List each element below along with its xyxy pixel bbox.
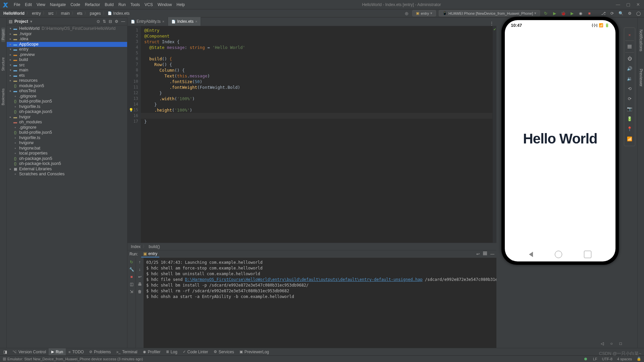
collapse-icon[interactable]: ⊟	[109, 19, 112, 24]
soft-wrap-icon[interactable]: ↩	[476, 252, 480, 256]
tooltab-terminal[interactable]: >_Terminal	[114, 348, 140, 355]
up-icon[interactable]: ↑	[139, 260, 141, 264]
breadcrumb[interactable]: main	[60, 11, 70, 16]
avatar-icon[interactable]: ◯	[635, 10, 641, 16]
vcs-icon[interactable]: ⎇	[600, 10, 606, 16]
stop-run-icon[interactable]: ■	[130, 275, 132, 279]
tooltab-problems[interactable]: ⊘Problems	[87, 348, 114, 355]
emu-back-icon[interactable]: ◁	[601, 341, 604, 346]
tab-close-icon[interactable]: ×	[195, 19, 197, 23]
tree-row[interactable]: {}build-profile.json5	[7, 99, 127, 104]
tree-row[interactable]: ▫hvigorw	[7, 140, 127, 146]
tree-row[interactable]: ▾▬src	[7, 63, 127, 68]
run-console[interactable]: 03/25 10:47:43: Launching com.example.he…	[144, 258, 496, 348]
nav-home-icon[interactable]	[555, 251, 562, 258]
notifications-tool-button[interactable]: Notifications	[639, 27, 643, 53]
tooltab-previewerlog[interactable]: ▣PreviewerLog	[237, 348, 272, 355]
refresh-icon[interactable]: ↻	[543, 10, 549, 16]
project-tool-button[interactable]: Project	[1, 27, 5, 42]
tree-row[interactable]: ▫.gitignore	[7, 94, 127, 99]
tree-row[interactable]: ▾▬HelloWorldD:\HarmonyOS_FirstCourse\Hel…	[7, 26, 127, 32]
menu-run[interactable]: Run	[116, 2, 128, 7]
tooltab-services[interactable]: ⚙Services	[211, 348, 237, 355]
menu-window[interactable]: Window	[155, 2, 174, 7]
trash-icon[interactable]: 🗑	[138, 289, 142, 294]
menu-code[interactable]: Code	[68, 2, 83, 7]
minimize-icon[interactable]: —	[616, 2, 620, 7]
status-tool-icon[interactable]: ▥	[3, 357, 6, 361]
tree-row[interactable]: ▬oh_modules	[7, 120, 127, 125]
tooltab-run[interactable]: ▶Run	[49, 348, 66, 355]
hide-icon[interactable]: —	[121, 19, 125, 24]
expand-icon[interactable]: ⇅	[103, 19, 106, 24]
tree-row[interactable]: ▫hvigorfile.ts	[7, 104, 127, 110]
menu-view[interactable]: View	[34, 2, 48, 7]
tooltab-log[interactable]: ≣Log	[163, 348, 180, 355]
run-icon[interactable]: ▶	[551, 10, 557, 16]
crumb-struct[interactable]: Index	[131, 244, 141, 249]
device-selector[interactable]: 📱HUAWEI Phone [NewDevice_from_Huawei_Pho…	[439, 10, 540, 16]
crumb-function[interactable]: build()	[149, 244, 160, 249]
tree-row[interactable]: ▫hvigorw.bat	[7, 146, 127, 151]
hide-panel-icon[interactable]: —	[490, 252, 494, 256]
coverage-icon[interactable]: ▶	[569, 10, 575, 16]
emu-location-icon[interactable]: 📍	[625, 124, 634, 134]
nav-recent-icon[interactable]	[584, 251, 591, 258]
tab-actions-icon[interactable]: ⋮	[487, 21, 496, 26]
emu-wifi-icon[interactable]: 📶	[625, 134, 634, 144]
run-tab-entry[interactable]: ▣entry	[141, 251, 159, 257]
menu-file[interactable]: File	[11, 2, 22, 7]
profiler-icon[interactable]: ◉	[578, 10, 584, 16]
wrench-icon[interactable]: 🔧	[129, 267, 134, 272]
breadcrumb[interactable]: entry	[31, 11, 42, 16]
emu-close-icon[interactable]: ×	[625, 30, 634, 40]
tree-row[interactable]: ▸▬.hvigor	[7, 32, 127, 37]
nav-back-icon[interactable]	[529, 252, 533, 257]
tree-row[interactable]: ▸▬hvigor	[7, 115, 127, 120]
tree-row[interactable]: ▫Scratches and Consoles	[7, 172, 127, 177]
breadcrumb[interactable]: src	[48, 11, 54, 16]
menu-help[interactable]: Help	[174, 2, 187, 7]
emu-rotate-left-icon[interactable]: ⟲	[625, 83, 634, 94]
tree-row[interactable]: {}oh-package.json5	[7, 156, 127, 162]
breadcrumb[interactable]: ets	[76, 11, 83, 16]
breadcrumb-file[interactable]: Index.ets	[113, 11, 130, 16]
maximize-icon[interactable]: ▢	[626, 2, 630, 7]
stop-icon[interactable]: ■	[586, 10, 592, 16]
search-icon[interactable]: 🔍	[618, 10, 624, 16]
gear-icon[interactable]: ⚙	[115, 19, 118, 24]
phone-screen[interactable]: 10:47 ⟨·⟩·| 📶 🔋 Hello World	[505, 20, 615, 261]
tooltab-todo[interactable]: ≡TODO	[66, 348, 87, 355]
status-line-sep[interactable]: LF	[593, 357, 597, 361]
tree-row[interactable]: ▫hvigorfile.ts	[7, 135, 127, 141]
previewer-tool-button[interactable]: Previewer	[639, 67, 643, 88]
tab-close-icon[interactable]: ×	[162, 19, 164, 23]
menu-refactor[interactable]: Refactor	[83, 2, 102, 7]
target-icon[interactable]: ◎	[404, 10, 410, 16]
tree-row[interactable]: {}oh-package-lock.json5	[7, 161, 127, 167]
menu-vcs[interactable]: VCS	[142, 2, 155, 7]
bookmarks-tool-button[interactable]: Bookmarks	[1, 86, 5, 107]
run-config-selector[interactable]: ▣entry▾	[412, 10, 436, 16]
select-opened-icon[interactable]: ⊙	[97, 19, 100, 24]
emu-rotate-right-icon[interactable]: ⟳	[625, 94, 634, 104]
project-tree[interactable]: ▾▬HelloWorldD:\HarmonyOS_FirstCourse\Hel…	[7, 25, 127, 348]
tree-row[interactable]: ▸▬ets	[7, 73, 127, 78]
emu-home-icon[interactable]: ○	[610, 341, 613, 346]
menu-tools[interactable]: Tools	[128, 2, 142, 7]
tree-row[interactable]: ▸▦External Libraries	[7, 167, 127, 172]
wrap-icon[interactable]: ↩	[138, 275, 142, 279]
down-icon[interactable]: ↓	[139, 267, 141, 272]
status-encoding[interactable]: UTF-8	[602, 357, 612, 361]
tree-row[interactable]: ▸▬.idea	[7, 37, 127, 42]
layout-icon[interactable]: ◫	[130, 282, 133, 287]
code-editor[interactable]: 1234567891011121314151617💡 @Entry @Compo…	[127, 26, 496, 243]
tree-row[interactable]: ▫local.properties	[7, 151, 127, 156]
menu-build[interactable]: Build	[102, 2, 116, 7]
tooltab-profiler[interactable]: ◉Profiler	[140, 348, 163, 355]
emu-menu-icon[interactable]	[625, 42, 634, 52]
tree-row[interactable]: ▸▬.preview	[7, 52, 127, 58]
close-icon[interactable]: ✕	[636, 2, 640, 7]
tree-row[interactable]: ▸▬AppScope	[7, 42, 127, 47]
structure-tool-button[interactable]: Structure	[1, 55, 5, 73]
